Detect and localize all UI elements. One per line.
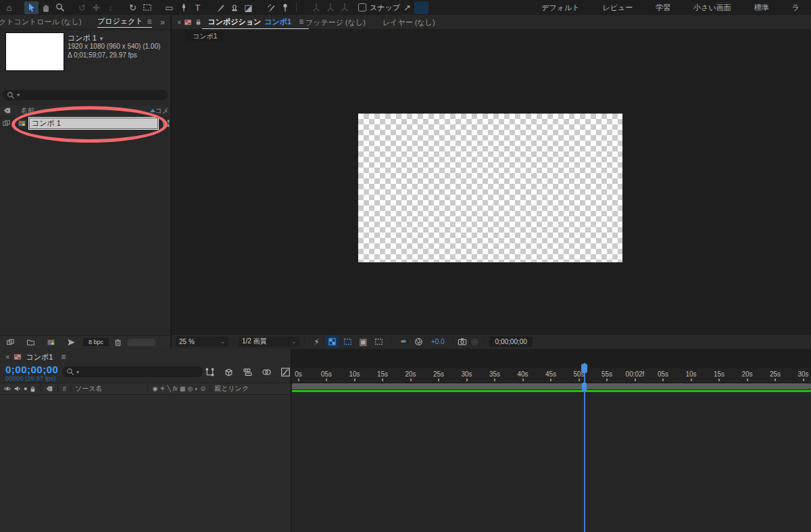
- rotation-tool[interactable]: ↻: [126, 1, 140, 14]
- home-tool[interactable]: ⌂: [2, 1, 16, 14]
- draft-3d-icon[interactable]: [222, 366, 236, 379]
- bit-depth-button[interactable]: 8 bpc: [83, 338, 109, 346]
- collapse-transformations-icon[interactable]: ☀: [159, 385, 165, 392]
- audio-icon[interactable]: [14, 385, 22, 393]
- search-caret-icon: ▾: [17, 92, 20, 98]
- column-comment[interactable]: コメ: [155, 106, 169, 116]
- column-name[interactable]: 名前: [21, 106, 34, 116]
- label-column-icon[interactable]: [3, 106, 11, 115]
- viewer-timecode-field[interactable]: 0;00;00;00: [489, 337, 533, 347]
- rectangle-tool[interactable]: ▭: [162, 1, 176, 14]
- more-panels-chevron[interactable]: »: [160, 18, 165, 27]
- playhead-sub-handle[interactable]: [582, 383, 587, 391]
- take-snapshot-icon[interactable]: [458, 337, 467, 346]
- workspace-tab-5[interactable]: 標準: [743, 3, 781, 13]
- channels-icon[interactable]: [396, 335, 410, 348]
- lock-column-icon[interactable]: [29, 385, 36, 393]
- exposure-icon[interactable]: [412, 335, 426, 348]
- clone-stamp-tool[interactable]: [227, 1, 241, 14]
- frame-blend-switch-icon[interactable]: ▦: [180, 385, 186, 392]
- selected-item-name[interactable]: コンポ 1 ▼: [68, 33, 104, 43]
- effects-icon[interactable]: fx: [173, 385, 178, 392]
- graph-editor-icon[interactable]: [278, 366, 293, 379]
- panel-menu-icon[interactable]: ≡: [299, 17, 303, 26]
- new-composition-icon[interactable]: [44, 336, 58, 349]
- puppet-pin-tool[interactable]: [278, 1, 292, 14]
- lock-icon[interactable]: [195, 18, 202, 26]
- shy-switch-icon[interactable]: ◉: [152, 385, 157, 392]
- current-time-display[interactable]: 0;00;00;00: [5, 364, 58, 375]
- source-name-column[interactable]: ソース名: [75, 384, 102, 393]
- work-area-bar[interactable]: [292, 383, 811, 389]
- exposure-value[interactable]: +0.0: [431, 338, 445, 345]
- frame-blending-icon[interactable]: [260, 366, 274, 379]
- hand-tool[interactable]: [39, 1, 53, 14]
- tab-footage[interactable]: フッテージ (なし): [305, 18, 366, 28]
- magnification-select[interactable]: 25 %⌄: [176, 337, 228, 347]
- project-search-input[interactable]: ▾: [3, 90, 168, 100]
- viewer-tabbar: × コンポジション コンポ1 ≡ フッテージ (なし) レイヤー (なし): [172, 15, 811, 30]
- close-panel-icon[interactable]: ×: [177, 18, 181, 26]
- zoom-tool[interactable]: [53, 1, 67, 14]
- tab-effect-controls[interactable]: クトコントロール (なし): [0, 17, 93, 27]
- video-visibility-icon[interactable]: [3, 385, 11, 393]
- motion-blur-switch-icon[interactable]: ◎: [187, 385, 193, 392]
- roi-icon[interactable]: [341, 335, 355, 348]
- camera-marquee-tool[interactable]: [140, 1, 154, 14]
- adjustment-layer-icon[interactable]: ◐: [195, 385, 198, 392]
- tab-composition[interactable]: コンポジション コンポ1 ≡: [202, 15, 309, 29]
- workspace-tab-4[interactable]: 小さい画面: [682, 3, 743, 13]
- render-engine-icon[interactable]: [64, 336, 78, 349]
- ruler-tick: [662, 379, 664, 381]
- quality-icon[interactable]: ╲: [167, 385, 170, 392]
- composition-canvas-transparent[interactable]: [358, 114, 622, 262]
- snap-label: スナップ: [370, 3, 400, 13]
- resolution-select[interactable]: 1/2 画質⌄: [239, 337, 299, 347]
- delete-trash-icon[interactable]: [114, 338, 122, 347]
- ruler-tick: [298, 379, 299, 381]
- snap-options-icon[interactable]: ↗: [400, 1, 414, 14]
- snap-grid-icon[interactable]: [414, 1, 428, 14]
- time-ruler[interactable]: 0s05s10s15s20s25s30s35s40s45s50s55s00:02…: [291, 368, 811, 383]
- selection-tool[interactable]: [24, 1, 39, 14]
- transparency-grid-icon[interactable]: [325, 335, 339, 348]
- region-of-interest-icon[interactable]: [372, 335, 386, 348]
- eraser-tool[interactable]: ◪: [241, 1, 255, 14]
- timeline-tab-comp[interactable]: コンポ1: [26, 352, 53, 362]
- solo-icon[interactable]: ●: [24, 385, 27, 392]
- mini-flowchart-icon[interactable]: [203, 366, 217, 379]
- parent-link-column[interactable]: 親とリンク: [214, 384, 249, 393]
- tool-buttons: ⌂↺✚↕↻▭T◪: [0, 0, 351, 15]
- viewer-comp-chip[interactable]: コンポ1: [186, 31, 224, 41]
- workspace-tab-1[interactable]: デフォルト: [530, 3, 591, 13]
- type-tool[interactable]: T: [191, 1, 205, 14]
- timeline-track-area[interactable]: [291, 392, 811, 532]
- roto-brush-tool[interactable]: [264, 1, 278, 14]
- shy-layers-icon[interactable]: [241, 366, 255, 379]
- 3d-layer-icon[interactable]: ⊙: [201, 385, 206, 392]
- workspace-tab-6[interactable]: ラ: [781, 3, 811, 13]
- workspace-tab-3[interactable]: 学習: [644, 3, 682, 13]
- close-panel-icon[interactable]: ×: [5, 353, 9, 361]
- project-item-row[interactable]: コンポ 1: [0, 116, 170, 130]
- new-folder-icon[interactable]: [24, 336, 38, 349]
- fast-preview-icon[interactable]: ⚡: [310, 335, 324, 348]
- snap-checkbox[interactable]: [358, 3, 366, 11]
- brush-tool[interactable]: [213, 1, 227, 14]
- tab-project[interactable]: プロジェクト ≡: [97, 16, 152, 28]
- pen-tool[interactable]: [176, 1, 191, 14]
- item-name-edit-field[interactable]: コンポ 1: [29, 118, 158, 129]
- label-column-icon[interactable]: [45, 385, 53, 393]
- item-caret-icon[interactable]: ▼: [99, 36, 104, 42]
- panel-menu-icon[interactable]: ≡: [147, 17, 152, 26]
- tab-layer[interactable]: レイヤー (なし): [383, 18, 435, 28]
- timeline-search-input[interactable]: ▾: [62, 366, 203, 377]
- mask-visibility-icon[interactable]: ▣: [356, 335, 370, 348]
- workspace-tab-2[interactable]: レビュー: [591, 3, 644, 13]
- interpret-footage-icon[interactable]: [3, 336, 18, 349]
- panel-menu-icon[interactable]: ≡: [61, 352, 66, 362]
- item-dimensions: 1920 x 1080 (960 x 540) (1.00): [68, 43, 160, 50]
- playhead-handle[interactable]: [581, 364, 587, 373]
- layer-number-column[interactable]: #: [62, 385, 66, 393]
- item-preview-thumbnail: [5, 32, 64, 71]
